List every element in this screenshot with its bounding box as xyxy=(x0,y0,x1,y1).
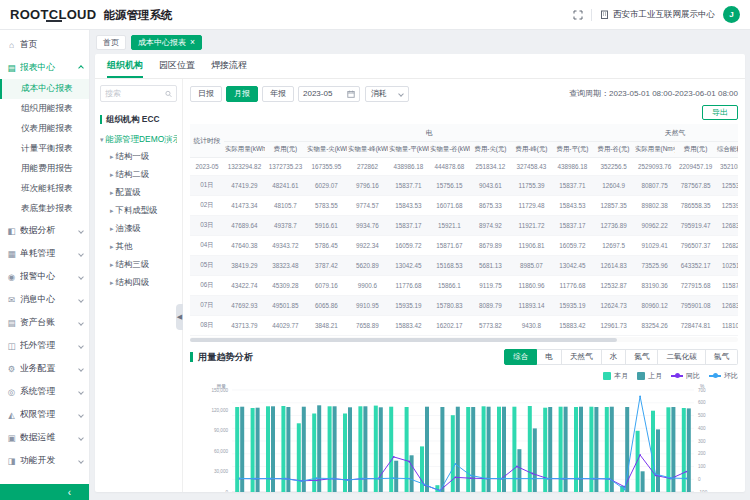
trend-tab[interactable]: 水 xyxy=(602,349,627,365)
sidebar-item-business-config[interactable]: ⚙业务配置 xyxy=(0,357,89,380)
cell: 83254.26 xyxy=(634,316,675,336)
sidebar-subitem[interactable]: 班次能耗报表 xyxy=(0,179,89,199)
cell: 04日 xyxy=(190,236,224,256)
sidebar-item-unit-consumption[interactable]: ▦单耗管理 xyxy=(0,242,89,265)
query-period: 查询周期：2023-05-01 08:00-2023-06-01 08:00 xyxy=(569,88,738,99)
sidebar-item-label: 业务配置 xyxy=(20,363,77,375)
trend-tab[interactable]: 氩气 xyxy=(706,349,738,365)
trend-tab[interactable]: 综合 xyxy=(504,349,537,365)
tree-node[interactable]: ▸结构四级 xyxy=(100,273,177,291)
tree-collapse-handle[interactable]: ◀ xyxy=(176,304,183,330)
period-button[interactable]: 月报 xyxy=(226,86,258,102)
bar-last xyxy=(579,407,583,492)
tree-node[interactable]: ▸结构一级 xyxy=(100,147,177,165)
breadcrumb-tab-cost-report[interactable]: 成本中心报表 × xyxy=(131,35,202,50)
sidebar-item-report-center[interactable]: ▤ 报表中心 xyxy=(0,56,89,79)
metric-select[interactable]: 消耗 xyxy=(365,86,409,102)
tab-park-location[interactable]: 园区位置 xyxy=(159,54,195,78)
table-row[interactable]: 03日47689.6449378.75916.619934.7615837.17… xyxy=(190,216,738,236)
col-header: 实物量-峰(kWh) xyxy=(347,142,388,158)
trend-tab[interactable]: 氮气 xyxy=(626,349,658,365)
legend-item[interactable]: 同比 xyxy=(671,371,700,381)
legend-item[interactable]: 上月 xyxy=(637,371,662,381)
table-row[interactable]: 04日47640.3849343.725786.459922.3416059.7… xyxy=(190,236,738,256)
sidebar-subitem[interactable]: 用能费用报告 xyxy=(0,159,89,179)
sidebar-item-permission[interactable]: ◭权限管理 xyxy=(0,403,89,426)
table-row[interactable]: 05日38419.2938323.483787.425620.8913042.4… xyxy=(190,256,738,276)
export-button[interactable]: 导出 xyxy=(702,105,738,120)
sidebar-item-data-ops[interactable]: ▣数据运维 xyxy=(0,426,89,449)
sidebar-item-outsourcing[interactable]: ◫托外管理 xyxy=(0,334,89,357)
sidebar-subitem[interactable]: 计量平衡报表 xyxy=(0,139,89,159)
trend-tab[interactable]: 电 xyxy=(537,349,562,365)
legend-item[interactable]: 本月 xyxy=(603,371,628,381)
avatar[interactable]: J xyxy=(723,6,740,23)
caret-right-icon[interactable]: ▸ xyxy=(110,243,114,250)
caret-right-icon[interactable]: ▸ xyxy=(110,225,114,232)
sidebar-subitem[interactable]: 组织用能报表 xyxy=(0,99,89,119)
sidebar-item-alarm-center[interactable]: ◉报警中心 xyxy=(0,265,89,288)
period-button[interactable]: 日报 xyxy=(190,86,222,102)
sidebar-collapse-button[interactable]: ‹ xyxy=(0,484,89,500)
cell: 9043.61 xyxy=(470,176,511,196)
caret-right-icon[interactable]: ▸ xyxy=(110,279,114,286)
cell: 444878.68 xyxy=(429,158,470,176)
cell: 12624.73 xyxy=(593,296,634,316)
trend-tab[interactable]: 二氧化碳 xyxy=(658,349,705,365)
tree-node[interactable]: ▸结构三级 xyxy=(100,255,177,273)
tree-node[interactable]: ▸下料成型级 xyxy=(100,201,177,219)
sidebar-subitem[interactable]: 成本中心报表 xyxy=(0,79,89,99)
sidebar-item-system-management[interactable]: ◎系统管理 xyxy=(0,380,89,403)
caret-right-icon[interactable]: ▸ xyxy=(110,207,114,214)
caret-right-icon[interactable]: ▸ xyxy=(110,153,114,160)
fullscreen-icon[interactable] xyxy=(573,10,583,20)
trend-section-header: 用量趋势分析 综合电天然气水氮气二氧化碳氩气 xyxy=(190,347,738,367)
breadcrumb-tab-home[interactable]: 首页 xyxy=(96,35,126,50)
table-row[interactable]: 07日47692.9349501.856065.869910.9515935.1… xyxy=(190,296,738,316)
tree-node[interactable]: ▸配置级 xyxy=(100,183,177,201)
sidebar-subitem[interactable]: 仪表用能报表 xyxy=(0,119,89,139)
tree-node[interactable]: ▸油漆级 xyxy=(100,219,177,237)
close-icon[interactable]: × xyxy=(190,38,195,47)
breadcrumb-tab-label: 首页 xyxy=(103,37,119,48)
sidebar-item-home[interactable]: ⌂ 首页 xyxy=(0,33,89,56)
search-icon[interactable] xyxy=(165,90,172,98)
table-row[interactable]: 01日47419.2948241.616029.079796.1615837.7… xyxy=(190,176,738,196)
org-switcher[interactable]: 西安市工业互联网展示中心 xyxy=(600,9,715,21)
cell: 11776.68 xyxy=(388,276,429,296)
tab-welding-process[interactable]: 焊接流程 xyxy=(211,54,247,78)
search-input[interactable] xyxy=(105,89,165,98)
tree-root-node[interactable]: ▾能源管理DEMO演示 xyxy=(100,134,177,145)
tree-node[interactable]: ▸其他 xyxy=(100,237,177,255)
date-picker[interactable]: 2023-05 xyxy=(298,86,360,102)
query-period-label: 查询周期： xyxy=(569,89,609,98)
legend-line xyxy=(709,375,721,377)
sidebar-item-data-analysis[interactable]: ◧数据分析 xyxy=(0,219,89,242)
sidebar-subitem[interactable]: 表底集抄报表 xyxy=(0,199,89,219)
bar-last xyxy=(456,407,460,492)
sidebar-item-message-center[interactable]: ✉消息中心 xyxy=(0,288,89,311)
cell: 80807.75 xyxy=(634,176,675,196)
sidebar-item-function-dev[interactable]: ◨功能开发 xyxy=(0,449,89,472)
message-center-icon: ✉ xyxy=(6,295,17,305)
caret-right-icon[interactable]: ▸ xyxy=(110,189,114,196)
table-row[interactable]: 08日43713.7944029.773848.217658.8915883.4… xyxy=(190,316,738,336)
trend-tab[interactable]: 天然气 xyxy=(562,349,602,365)
legend-item[interactable]: 环比 xyxy=(709,371,738,381)
cell: 6079.16 xyxy=(306,276,347,296)
caret-right-icon[interactable]: ▸ xyxy=(110,171,114,178)
svg-text:90,000: 90,000 xyxy=(214,428,228,433)
sidebar-item-asset-ledger[interactable]: ▤资产台账 xyxy=(0,311,89,334)
period-button[interactable]: 年报 xyxy=(262,86,294,102)
table-row[interactable]: 06日43422.7445309.286079.169900.611776.68… xyxy=(190,276,738,296)
tree-node[interactable]: ▸结构二级 xyxy=(100,165,177,183)
table-row[interactable]: 2023-051323294.821372735.23167355.952728… xyxy=(190,158,738,176)
tab-org-structure[interactable]: 组织机构 xyxy=(107,54,143,78)
scrollbar-thumb[interactable] xyxy=(190,338,617,342)
cell: 438986.18 xyxy=(388,158,429,176)
tree-root-label: 能源管理DEMO演示 xyxy=(106,134,177,144)
caret-down-icon[interactable]: ▾ xyxy=(100,136,104,143)
sidebar-item-label: 系统管理 xyxy=(20,386,77,398)
caret-right-icon[interactable]: ▸ xyxy=(110,261,114,268)
table-row[interactable]: 02日41473.3448105.75783.559774.5715843.53… xyxy=(190,196,738,216)
